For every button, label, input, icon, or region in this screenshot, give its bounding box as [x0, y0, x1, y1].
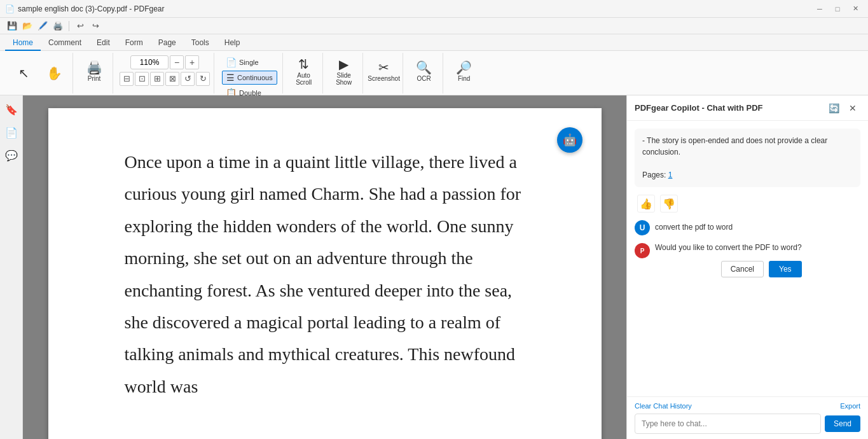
clear-chat-link[interactable]: Clear Chat History — [635, 402, 692, 410]
thumbdown-button[interactable]: 👎 — [660, 195, 678, 213]
select-icon: ↖ — [18, 67, 29, 80]
pdf-page: 🤖 Once upon a time in a quaint little vi… — [48, 108, 602, 439]
slide-show-label: Slide Show — [331, 72, 357, 86]
open-button[interactable]: 📂 — [20, 19, 34, 33]
user-avatar: U — [635, 220, 650, 235]
slide-show-icon: ▶ — [339, 58, 348, 71]
single-page-button[interactable]: 📄 Single — [222, 55, 263, 69]
user-message-text: convert the pdf to word — [655, 220, 733, 232]
bot-message-text: Would you like to convert the PDF to wor… — [655, 243, 802, 252]
ribbon-tabs: Home Comment Edit Form Page Tools Help — [0, 34, 868, 51]
sidebar-item-bookmark[interactable]: 🔖 — [3, 101, 20, 118]
ocr-button[interactable]: 🔍 OCR — [410, 55, 439, 88]
auto-scroll-label: Auto Scroll — [291, 72, 317, 86]
print-button[interactable]: 🖨️ Print — [79, 55, 109, 88]
auto-scroll-icon: ⇅ — [298, 58, 309, 71]
sidebar-item-comment[interactable]: 💬 — [3, 146, 20, 164]
select-tool-button[interactable]: ↖ — [9, 57, 38, 90]
continuous-label: Continuous — [237, 74, 273, 81]
find-button[interactable]: 🔎 Find — [450, 55, 479, 88]
rotate-left-button[interactable]: ↺ — [181, 72, 195, 86]
maximize-button[interactable]: □ — [830, 3, 845, 15]
pages-label: Pages: — [642, 171, 666, 179]
app-icon: 📄 — [5, 4, 14, 13]
fit-height-button[interactable]: ⊞ — [150, 72, 164, 86]
pdf-content: Once upon a time in a quaint little vill… — [125, 146, 525, 403]
print-icon: 🖨️ — [86, 61, 102, 74]
single-label: Single — [239, 59, 259, 66]
sidebar-item-thumbnail[interactable]: 📄 — [3, 123, 20, 141]
fit-width-button[interactable]: ⊟ — [120, 72, 134, 86]
minimize-button[interactable]: ─ — [812, 3, 827, 15]
copilot-fab[interactable]: 🤖 — [557, 127, 582, 153]
undo-button[interactable]: ↩ — [73, 19, 87, 33]
fit-page-button[interactable]: ⊡ — [135, 72, 149, 86]
ai-response-message: - The story is open-ended and does not p… — [635, 129, 860, 187]
view-mode-group: 📄 Single ☰ Continuous 📋 Double — [217, 53, 283, 94]
actual-size-button[interactable]: ⊠ — [165, 72, 179, 86]
convert-actions: Cancel Yes — [655, 261, 802, 277]
copilot-body: - The story is open-ended and does not p… — [627, 121, 868, 396]
copilot-close-button[interactable]: ✕ — [845, 101, 860, 116]
main-content: 🔖 📄 💬 🤖 Once upon a time in a quaint lit… — [0, 95, 868, 439]
zoom-in-button[interactable]: + — [185, 55, 199, 69]
rotate-right-button[interactable]: ↻ — [196, 72, 210, 86]
tab-form[interactable]: Form — [118, 36, 151, 51]
single-icon: 📄 — [226, 57, 237, 67]
zoom-input[interactable] — [130, 55, 169, 69]
tab-comment[interactable]: Comment — [41, 36, 89, 51]
export-link[interactable]: Export — [840, 402, 860, 410]
ocr-group: 🔍 OCR — [406, 53, 443, 94]
find-label: Find — [458, 75, 470, 82]
ocr-label: OCR — [417, 75, 431, 82]
copilot-refresh-button[interactable]: 🔄 — [826, 101, 841, 116]
window-controls: ─ □ ✕ — [812, 3, 863, 15]
ocr-icon: 🔍 — [416, 61, 432, 74]
copilot-header-icons: 🔄 ✕ — [826, 101, 860, 116]
slide-show-button[interactable]: ▶ Slide Show — [329, 55, 359, 88]
pages-link[interactable]: 1 — [668, 171, 673, 179]
save-button[interactable]: 💾 — [5, 19, 19, 33]
window-title: sample english doc (3)-Copy.pdf - PDFgea… — [18, 4, 165, 13]
convert-dialog: Would you like to convert the PDF to wor… — [655, 243, 802, 277]
left-sidebar: 🔖 📄 💬 — [0, 95, 23, 439]
find-group: 🔎 Find — [446, 53, 483, 94]
continuous-button[interactable]: ☰ Continuous — [222, 71, 277, 85]
tab-edit[interactable]: Edit — [89, 36, 118, 51]
screenshot-label: Screenshot — [368, 75, 400, 82]
print-label: Print — [88, 75, 101, 82]
quick-access-toolbar: 💾 📂 🖊️ 🖨️ ↩ ↪ — [0, 18, 868, 34]
feedback-row: 👍 👎 — [635, 195, 860, 213]
cancel-button[interactable]: Cancel — [721, 261, 764, 277]
print-group: 🖨️ Print — [76, 53, 113, 94]
redo-button[interactable]: ↪ — [88, 19, 102, 33]
hand-icon: ✋ — [46, 67, 62, 80]
find-icon: 🔎 — [456, 61, 472, 74]
send-button[interactable]: Send — [825, 415, 860, 432]
close-button[interactable]: ✕ — [848, 3, 863, 15]
auto-scroll-button[interactable]: ⇅ Auto Scroll — [289, 55, 319, 88]
copilot-panel: PDFgear Copilot - Chat with PDF 🔄 ✕ - Th… — [626, 95, 868, 439]
zoom-group: − + ⊟ ⊡ ⊞ ⊠ ↺ ↻ — [116, 53, 214, 94]
bot-avatar: P — [635, 243, 650, 258]
screenshot-button[interactable]: ✂ Screenshot — [369, 55, 399, 88]
yes-button[interactable]: Yes — [769, 261, 802, 277]
thumbup-button[interactable]: 👍 — [637, 195, 655, 213]
hand-tool-button[interactable]: ✋ — [39, 57, 69, 90]
pdf-viewer[interactable]: 🤖 Once upon a time in a quaint little vi… — [23, 95, 626, 439]
bot-message-row: P Would you like to convert the PDF to w… — [635, 243, 860, 277]
copilot-footer: Clear Chat History Export Send — [627, 396, 868, 439]
tab-home[interactable]: Home — [5, 36, 41, 51]
user-message-row: U convert the pdf to word — [635, 220, 860, 235]
chat-input[interactable] — [635, 414, 821, 434]
tab-page[interactable]: Page — [151, 36, 184, 51]
print-quick-button[interactable]: 🖨️ — [51, 19, 65, 33]
zoom-out-button[interactable]: − — [170, 55, 184, 69]
tab-help[interactable]: Help — [217, 36, 248, 51]
ai-message-text: - The story is open-ended and does not p… — [642, 136, 827, 157]
tab-tools[interactable]: Tools — [184, 36, 217, 51]
chat-input-row: Send — [635, 414, 860, 434]
continuous-icon: ☰ — [226, 73, 235, 83]
titlebar: 📄 sample english doc (3)-Copy.pdf - PDFg… — [0, 0, 868, 18]
annotation-button[interactable]: 🖊️ — [36, 19, 50, 33]
